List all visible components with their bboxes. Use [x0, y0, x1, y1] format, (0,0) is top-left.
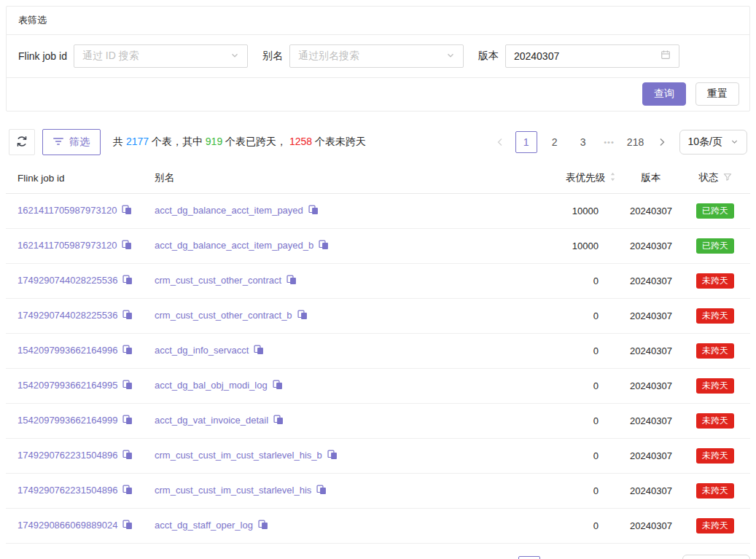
- alias-link[interactable]: acct_dg_bal_obj_modi_log: [155, 380, 268, 391]
- pagination-top: 1 2 3 ••• 218 10条/页: [491, 130, 747, 155]
- status-badge: 已跨天: [696, 203, 734, 219]
- alias-link[interactable]: crm_cust_cust_other_contract: [155, 275, 281, 286]
- prev-page-button[interactable]: [491, 131, 509, 153]
- alias-select[interactable]: 通过别名搜索: [289, 44, 464, 68]
- copy-icon[interactable]: [316, 485, 327, 497]
- page-button-2[interactable]: 2: [547, 556, 569, 559]
- status-badge: 未跨天: [696, 308, 734, 324]
- page-button-last[interactable]: 218: [625, 131, 647, 153]
- priority-cell: 0: [540, 369, 622, 404]
- alias-link[interactable]: acct_dg_balance_acct_item_payed: [155, 205, 303, 216]
- version-cell: 20240307: [622, 229, 680, 264]
- next-page-button[interactable]: [653, 131, 671, 153]
- priority-cell: 0: [540, 264, 622, 299]
- version-cell: 20240307: [622, 299, 680, 334]
- page-button-3[interactable]: 3: [572, 131, 594, 153]
- status-badge: 未跨天: [696, 518, 734, 533]
- version-value: 20240307: [514, 50, 559, 62]
- query-button[interactable]: 查询: [642, 82, 686, 106]
- column-header-flink-job-id: Flink job id: [6, 163, 149, 194]
- copy-icon[interactable]: [319, 240, 329, 252]
- table-row: 1542097993662164995 acct_dg_bal_obj_modi…: [6, 369, 750, 404]
- alias-link[interactable]: crm_cust_cust_im_cust_starlevel_his: [155, 485, 311, 496]
- copy-icon[interactable]: [122, 275, 133, 287]
- flink-job-id-link[interactable]: 1749290744028225536: [17, 275, 117, 286]
- alias-link[interactable]: crm_cust_cust_im_cust_starlevel_his_b: [155, 450, 322, 461]
- copy-icon[interactable]: [297, 310, 308, 322]
- copy-icon[interactable]: [308, 205, 319, 217]
- page-button-2[interactable]: 2: [544, 131, 566, 153]
- flink-job-id-link[interactable]: 1621411705987973120: [17, 205, 117, 216]
- copy-icon[interactable]: [122, 345, 133, 357]
- flink-job-id-link[interactable]: 1621411705987973120: [17, 240, 117, 251]
- refresh-icon: [16, 136, 28, 149]
- flink-job-id-label: Flink job id: [18, 50, 67, 62]
- column-header-alias: 别名: [149, 163, 540, 194]
- filter-toggle-button[interactable]: 筛选: [42, 129, 101, 155]
- flink-job-id-link[interactable]: 1542097993662164999: [17, 415, 117, 426]
- copy-icon[interactable]: [122, 205, 132, 217]
- page-button-3[interactable]: 3: [575, 556, 597, 559]
- priority-cell: 0: [540, 404, 622, 439]
- reset-button[interactable]: 重置: [695, 82, 739, 106]
- copy-icon[interactable]: [122, 310, 133, 322]
- flink-job-id-link[interactable]: 1542097993662164995: [17, 380, 117, 391]
- column-header-status-label: 状态: [699, 171, 719, 184]
- chevron-down-icon: [730, 136, 739, 148]
- alias-label: 别名: [262, 50, 283, 63]
- version-date-input[interactable]: 20240307: [505, 44, 679, 68]
- summary-total-count: 2177: [126, 136, 149, 147]
- flink-job-id-link[interactable]: 1749290866069889024: [17, 520, 117, 531]
- copy-icon[interactable]: [122, 450, 133, 462]
- copy-icon[interactable]: [122, 415, 133, 427]
- page-button-1[interactable]: 1: [518, 556, 540, 559]
- filter-actions: 查询 重置: [7, 78, 749, 111]
- table-row: 1542097993662164996 acct_dg_info_servacc…: [6, 334, 750, 369]
- copy-icon[interactable]: [273, 415, 284, 427]
- copy-icon[interactable]: [122, 380, 133, 392]
- flink-job-id-link[interactable]: 1542097993662164996: [17, 345, 117, 356]
- flink-job-id-link[interactable]: 1749290762231504896: [17, 450, 117, 461]
- next-page-button[interactable]: [656, 556, 674, 559]
- alias-placeholder: 通过别名搜索: [298, 50, 359, 63]
- filter-toggle-label: 筛选: [69, 136, 90, 149]
- copy-icon[interactable]: [122, 485, 133, 497]
- column-header-priority[interactable]: 表优先级: [540, 163, 622, 194]
- table-row: 1749290762231504896 crm_cust_cust_im_cus…: [6, 474, 750, 509]
- status-badge: 未跨天: [696, 483, 734, 499]
- sort-icon[interactable]: [609, 171, 616, 184]
- version-cell: 20240307: [622, 264, 680, 299]
- alias-link[interactable]: acct_dg_staff_oper_log: [155, 520, 253, 531]
- column-header-priority-label: 表优先级: [566, 171, 605, 184]
- refresh-button[interactable]: [9, 129, 35, 155]
- page-ellipsis[interactable]: •••: [601, 138, 618, 146]
- table-row: 1621411705987973120 acct_dg_balance_acct…: [6, 194, 750, 229]
- copy-icon[interactable]: [122, 240, 132, 252]
- alias-link[interactable]: acct_dg_balance_acct_item_payed_b: [155, 240, 313, 251]
- page-size-select[interactable]: 10条/页: [682, 555, 750, 559]
- status-badge: 未跨天: [696, 273, 734, 289]
- flink-job-id-link[interactable]: 1749290744028225536: [17, 310, 117, 321]
- alias-link[interactable]: acct_dg_vat_invoice_detail: [155, 415, 268, 426]
- copy-icon[interactable]: [327, 450, 338, 462]
- table-row: 1749290762231504896 crm_cust_cust_im_cus…: [6, 439, 750, 474]
- page-button-last[interactable]: 218: [628, 556, 650, 559]
- copy-icon[interactable]: [258, 520, 268, 532]
- flink-job-id-link[interactable]: 1749290762231504896: [17, 485, 117, 496]
- page-size-select[interactable]: 10条/页: [679, 130, 747, 155]
- summary-p4: 个表未跨天: [312, 136, 366, 147]
- copy-icon[interactable]: [287, 275, 297, 287]
- copy-icon[interactable]: [254, 345, 264, 357]
- copy-icon[interactable]: [273, 380, 283, 392]
- page-button-1[interactable]: 1: [515, 131, 537, 153]
- alias-link[interactable]: acct_dg_info_servacct: [155, 345, 249, 356]
- funnel-filter-icon[interactable]: [723, 173, 732, 184]
- flink-job-id-select[interactable]: 通过 ID 搜索: [74, 44, 248, 68]
- summary-p2: 个表，其中: [149, 136, 206, 147]
- status-badge: 未跨天: [696, 378, 734, 394]
- table-row: 1749290744028225536 crm_cust_cust_other_…: [6, 299, 750, 334]
- alias-link[interactable]: crm_cust_cust_other_contract_b: [155, 310, 292, 321]
- prev-page-button[interactable]: [494, 556, 512, 559]
- version-field: 版本 20240307: [478, 44, 679, 68]
- copy-icon[interactable]: [122, 520, 133, 532]
